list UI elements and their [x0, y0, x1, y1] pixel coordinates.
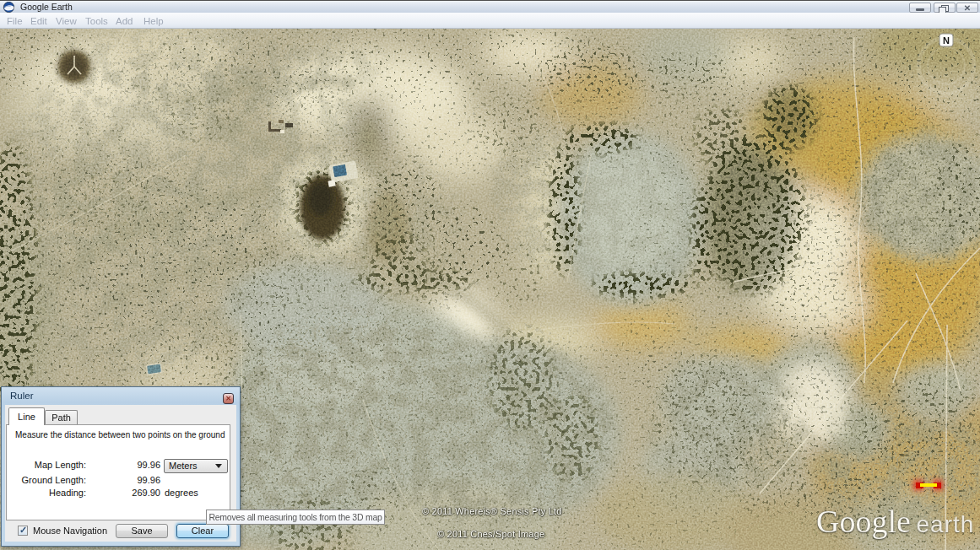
svg-text:N: N [943, 35, 950, 46]
